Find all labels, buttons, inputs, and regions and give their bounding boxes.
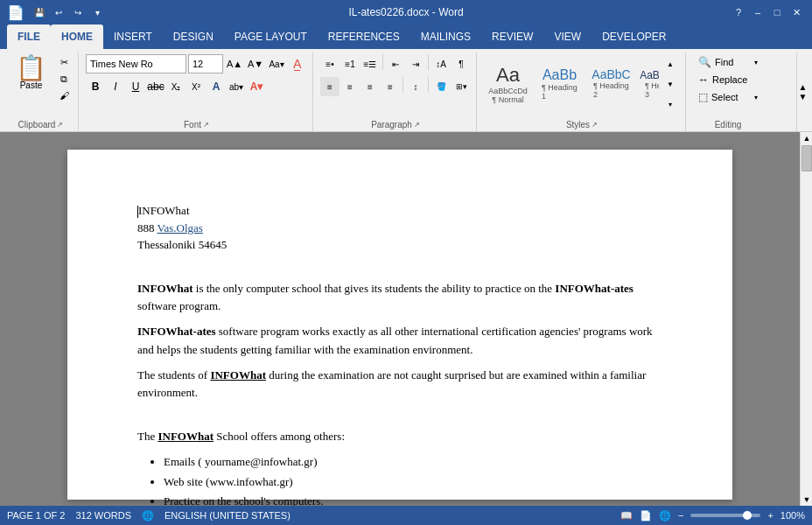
multilevel-list-button[interactable]: ≡☰ <box>360 54 380 74</box>
align-right-button[interactable]: ≡ <box>360 77 380 96</box>
scroll-up-arrow-button[interactable]: ▲ <box>801 132 812 144</box>
border-button[interactable]: ⊞▾ <box>452 77 471 96</box>
increase-indent-button[interactable]: ⇥ <box>406 54 425 74</box>
style-normal[interactable]: Aa AaBbCcDd ¶ Normal <box>484 61 532 107</box>
text-highlight-button[interactable]: ab▾ <box>227 77 246 96</box>
font-expand-icon[interactable]: ↗ <box>203 121 209 129</box>
font-color-button[interactable]: A▾ <box>247 77 266 96</box>
minimize-button[interactable]: – <box>749 4 766 21</box>
paragraph-content: ≡• ≡1 ≡☰ ⇤ ⇥ ↕A ¶ ≡ ≡ ≡ ≡ ↕ 🪣 ⊞▾ <box>320 54 471 118</box>
format-painter-button[interactable]: 🖌 <box>55 88 73 103</box>
undo-qat-button[interactable]: ↩ <box>51 4 66 20</box>
paragraph-group: ≡• ≡1 ≡☰ ⇤ ⇥ ↕A ¶ ≡ ≡ ≡ ≡ ↕ 🪣 ⊞▾ <box>315 52 477 131</box>
justify-button[interactable]: ≡ <box>381 77 400 96</box>
help-button[interactable]: ? <box>730 4 747 21</box>
show-formatting-button[interactable]: ¶ <box>452 54 471 74</box>
print-layout-button[interactable]: 📄 <box>640 510 652 522</box>
restore-button[interactable]: □ <box>768 4 786 21</box>
select-button[interactable]: ⬚ Select ▾ <box>693 89 763 105</box>
line-spacing-button[interactable]: ↕ <box>406 77 425 96</box>
language-indicator[interactable]: 🌐 <box>142 510 154 522</box>
italic-button[interactable]: I <box>106 77 125 96</box>
status-right: 📖 📄 🌐 − + 100% <box>620 510 805 522</box>
style-heading1[interactable]: AaBb ¶ Heading 1 <box>536 61 584 107</box>
body-para-4: The INFOWhat School offers among others: <box>137 428 662 446</box>
paragraph-expand-icon[interactable]: ↗ <box>414 121 420 129</box>
copy-button[interactable]: ⧉ <box>55 71 73 87</box>
infowhat-underline: INFOWhat <box>210 368 266 382</box>
superscript-button[interactable]: X² <box>186 77 206 96</box>
styles-scroll-up-button[interactable]: ▲ <box>661 54 680 74</box>
tab-file[interactable]: FILE <box>7 24 51 49</box>
word-icon-area: 📄 💾 ↩ ↪ ▾ <box>7 4 105 21</box>
save-qat-button[interactable]: 💾 <box>32 4 47 20</box>
status-left: PAGE 1 OF 2 312 WORDS 🌐 ENGLISH (UNITED … <box>7 510 290 522</box>
increase-font-button[interactable]: A▲ <box>225 54 244 74</box>
font-size-input[interactable] <box>188 54 223 74</box>
clipboard-expand-icon[interactable]: ↗ <box>57 121 63 129</box>
page-info[interactable]: PAGE 1 OF 2 <box>7 510 65 522</box>
style-heading3[interactable]: AaBbCcD ¶ Heading 3 <box>639 61 659 107</box>
redo-qat-button[interactable]: ↪ <box>70 4 86 20</box>
subscript-button[interactable]: X₂ <box>166 77 186 96</box>
decrease-font-button[interactable]: A▼ <box>246 54 265 74</box>
scroll-track[interactable] <box>801 144 812 494</box>
title-bar: 📄 💾 ↩ ↪ ▾ IL-ates0226.docx - Word ? – □ … <box>0 0 812 24</box>
customize-qat-button[interactable]: ▾ <box>89 4 105 20</box>
strikethrough-button[interactable]: abc <box>146 77 165 96</box>
word-count[interactable]: 312 WORDS <box>75 510 131 522</box>
read-mode-button[interactable]: 📖 <box>620 510 633 522</box>
ribbon-scroll-down-button[interactable]: ▼ <box>799 92 808 102</box>
clear-formatting-button[interactable]: A̲ <box>288 54 307 74</box>
web-layout-button[interactable]: 🌐 <box>659 510 671 522</box>
shading-button[interactable]: 🪣 <box>431 77 451 96</box>
tab-insert[interactable]: INSERT <box>103 24 163 49</box>
zoom-level[interactable]: 100% <box>780 510 805 521</box>
bold-button[interactable]: B <box>86 77 105 96</box>
tab-developer[interactable]: DEVELOPER <box>592 24 676 49</box>
tab-mailings[interactable]: MAILINGS <box>410 24 481 49</box>
styles-expand-icon[interactable]: ↗ <box>592 121 598 129</box>
change-case-button[interactable]: Aa▾ <box>267 54 286 74</box>
styles-scroll-down-button[interactable]: ▼ <box>661 74 680 94</box>
replace-button[interactable]: ↔ Replace <box>693 72 763 88</box>
tab-design[interactable]: DESIGN <box>163 24 224 49</box>
align-left-button[interactable]: ≡ <box>320 77 340 96</box>
tab-home[interactable]: HOME <box>51 24 103 49</box>
paste-button[interactable]: 📋 Paste <box>9 54 53 118</box>
styles-more-button[interactable]: ▾ <box>661 94 680 114</box>
font-name-input[interactable] <box>86 54 186 74</box>
close-button[interactable]: ✕ <box>788 4 805 21</box>
text-effects-button[interactable]: A <box>206 77 226 96</box>
tab-page-layout[interactable]: PAGE LAYOUT <box>224 24 318 49</box>
underline-button[interactable]: U <box>126 77 145 96</box>
list-item-practice: Practice on the school's computers. <box>164 493 662 506</box>
document-page[interactable]: INFOWhat 888 Vas.Olgas Thessaloniki 5464… <box>67 150 732 500</box>
sort-button[interactable]: ↕A <box>431 54 451 74</box>
bullets-button[interactable]: ≡• <box>320 54 340 74</box>
tab-view[interactable]: VIEW <box>543 24 592 49</box>
tab-references[interactable]: REFERENCES <box>318 24 410 49</box>
language-name[interactable]: ENGLISH (UNITED STATES) <box>164 510 290 522</box>
numbering-button[interactable]: ≡1 <box>340 54 360 74</box>
style-normal-preview: Aa <box>496 64 520 87</box>
document-scroll-area[interactable]: INFOWhat 888 Vas.Olgas Thessaloniki 5464… <box>0 132 800 506</box>
align-center-button[interactable]: ≡ <box>340 77 360 96</box>
scroll-thumb[interactable] <box>802 145 812 172</box>
zoom-out-button[interactable]: − <box>678 510 683 521</box>
zoom-slider[interactable] <box>690 514 760 517</box>
style-heading2[interactable]: AaBbC ¶ Heading 2 <box>587 61 635 107</box>
font-label: Font ↗ <box>86 118 307 131</box>
tab-review[interactable]: REVIEW <box>481 24 543 49</box>
find-button[interactable]: 🔍 Find ▾ <box>693 54 763 70</box>
scroll-down-arrow-button[interactable]: ▼ <box>801 494 812 506</box>
cut-button[interactable]: ✂ <box>55 54 73 70</box>
vas-olgas-link[interactable]: Vas.Olgas <box>158 221 203 234</box>
styles-group: Aa AaBbCcDd ¶ Normal AaBb ¶ Heading 1 Aa… <box>479 52 686 131</box>
style-h3-label: ¶ Heading 3 <box>645 81 659 99</box>
para-sep1 <box>382 54 383 70</box>
zoom-thumb[interactable] <box>743 511 752 520</box>
decrease-indent-button[interactable]: ⇤ <box>386 54 405 74</box>
ribbon-scroll-up-button[interactable]: ▲ <box>799 82 808 92</box>
zoom-in-button[interactable]: + <box>767 510 773 521</box>
